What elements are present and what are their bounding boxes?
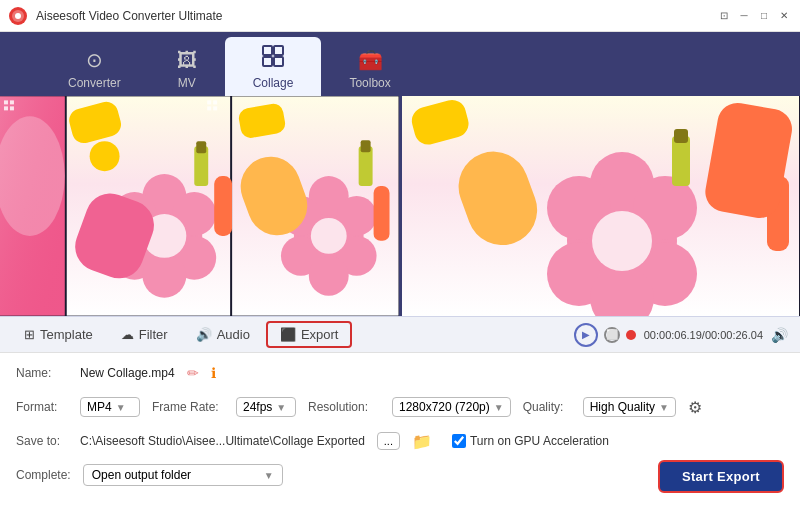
svg-rect-58 xyxy=(672,136,690,186)
svg-rect-21 xyxy=(196,141,206,153)
play-button[interactable]: ▶ xyxy=(574,323,598,347)
quality-label: Quality: xyxy=(523,400,571,414)
name-label: Name: xyxy=(16,366,68,380)
playback-area: ▶ ⬜ 00:00:06.19/00:00:26.04 🔊 xyxy=(574,323,788,347)
quality-value: High Quality xyxy=(590,400,655,414)
tab-collage[interactable]: Collage xyxy=(225,37,322,96)
svg-rect-46 xyxy=(213,106,217,110)
svg-point-33 xyxy=(309,256,349,296)
svg-rect-42 xyxy=(10,106,14,110)
audio-icon: 🔊 xyxy=(196,327,212,342)
saveto-path: C:\Aiseesoft Studio\Aisee...Ultimate\Col… xyxy=(80,434,365,448)
export-button[interactable]: ⬛ Export xyxy=(266,321,353,348)
svg-rect-36 xyxy=(361,140,371,152)
resolution-chevron-icon: ▼ xyxy=(494,402,504,413)
preview-left xyxy=(0,96,399,316)
gpu-label: Turn on GPU Acceleration xyxy=(470,434,609,448)
toolbar: ⊞ Template ☁ Filter 🔊 Audio ⬛ Export ▶ ⬜… xyxy=(0,316,800,352)
record-indicator xyxy=(626,330,636,340)
filter-icon: ☁ xyxy=(121,327,134,342)
svg-rect-41 xyxy=(4,106,8,110)
svg-rect-3 xyxy=(263,46,272,55)
saveto-more-button[interactable]: ... xyxy=(377,432,400,450)
tab-converter[interactable]: ⊙ Converter xyxy=(40,40,149,96)
resolution-label: Resolution: xyxy=(308,400,380,414)
gpu-checkbox[interactable] xyxy=(452,434,466,448)
maximize-btn[interactable]: □ xyxy=(756,8,772,24)
resolution-select[interactable]: 1280x720 (720p) ▼ xyxy=(392,397,511,417)
svg-rect-4 xyxy=(274,46,283,55)
svg-rect-5 xyxy=(263,57,272,66)
main-content: ⊞ Template ☁ Filter 🔊 Audio ⬛ Export ▶ ⬜… xyxy=(0,96,800,507)
svg-point-57 xyxy=(592,211,652,271)
tab-toolbox-label: Toolbox xyxy=(349,76,390,90)
quality-gear-icon[interactable]: ⚙ xyxy=(688,398,702,417)
tab-converter-label: Converter xyxy=(68,76,121,90)
app-title: Aiseesoft Video Converter Ultimate xyxy=(36,9,716,23)
complete-value: Open output folder xyxy=(92,468,260,482)
svg-point-2 xyxy=(15,13,21,19)
format-label: Format: xyxy=(16,400,68,414)
start-export-button[interactable]: Start Export xyxy=(658,460,784,493)
framerate-value: 24fps xyxy=(243,400,272,414)
mv-icon: 🖼 xyxy=(177,49,197,72)
svg-rect-45 xyxy=(207,106,211,110)
svg-rect-22 xyxy=(214,176,232,236)
format-select[interactable]: MP4 ▼ xyxy=(80,397,140,417)
title-bar: Aiseesoft Video Converter Ultimate ⊡ ─ □… xyxy=(0,0,800,32)
framerate-chevron-icon: ▼ xyxy=(276,402,286,413)
preview-area xyxy=(0,96,800,316)
svg-point-34 xyxy=(311,218,347,254)
format-row: Format: MP4 ▼ Frame Rate: 24fps ▼ Resolu… xyxy=(16,393,784,421)
quality-select[interactable]: High Quality ▼ xyxy=(583,397,676,417)
name-row: Name: New Collage.mp4 ✏ ℹ xyxy=(16,359,784,387)
name-info-icon[interactable]: ℹ xyxy=(211,365,216,381)
resolution-value: 1280x720 (720p) xyxy=(399,400,490,414)
name-edit-icon[interactable]: ✏ xyxy=(187,365,199,381)
volume-icon[interactable]: 🔊 xyxy=(771,327,788,343)
window-controls: ⊡ ─ □ ✕ xyxy=(716,8,792,24)
converter-icon: ⊙ xyxy=(86,48,103,72)
tab-collage-label: Collage xyxy=(253,76,294,90)
export-icon: ⬛ xyxy=(280,327,296,342)
close-btn[interactable]: ✕ xyxy=(776,8,792,24)
minimize-btn[interactable]: ─ xyxy=(736,8,752,24)
complete-chevron-icon: ▼ xyxy=(264,470,274,481)
svg-rect-9 xyxy=(0,96,65,315)
tab-mv-label: MV xyxy=(178,76,196,90)
nav-bar: ⊙ Converter 🖼 MV Collage 🧰 Toolbox xyxy=(0,32,800,96)
audio-button[interactable]: 🔊 Audio xyxy=(184,323,262,346)
quality-chevron-icon: ▼ xyxy=(659,402,669,413)
complete-label: Complete: xyxy=(16,468,71,482)
folder-icon[interactable]: 📁 xyxy=(412,432,432,451)
toolbox-icon: 🧰 xyxy=(358,48,383,72)
filter-button[interactable]: ☁ Filter xyxy=(109,323,180,346)
template-label: Template xyxy=(40,327,93,342)
time-display: 00:00:06.19/00:00:26.04 xyxy=(644,329,763,341)
template-icon: ⊞ xyxy=(24,327,35,342)
audio-label: Audio xyxy=(217,327,250,342)
template-button[interactable]: ⊞ Template xyxy=(12,323,105,346)
tab-mv[interactable]: 🖼 MV xyxy=(149,41,225,96)
name-value: New Collage.mp4 xyxy=(80,366,175,380)
complete-select[interactable]: Open output folder ▼ xyxy=(83,464,283,486)
preview-right xyxy=(402,96,801,316)
tab-toolbox[interactable]: 🧰 Toolbox xyxy=(321,40,418,96)
svg-rect-43 xyxy=(207,100,211,104)
svg-rect-59 xyxy=(674,129,688,143)
svg-rect-44 xyxy=(213,100,217,104)
svg-rect-40 xyxy=(10,100,14,104)
stop-button[interactable]: ⬜ xyxy=(604,327,620,343)
playback-controls: ▶ ⬜ xyxy=(574,323,636,347)
subtitle-btn[interactable]: ⊡ xyxy=(716,8,732,24)
svg-rect-39 xyxy=(4,100,8,104)
format-value: MP4 xyxy=(87,400,112,414)
framerate-label: Frame Rate: xyxy=(152,400,224,414)
app-logo xyxy=(8,6,28,26)
framerate-select[interactable]: 24fps ▼ xyxy=(236,397,296,417)
collage-icon xyxy=(262,45,284,72)
gpu-acceleration-wrap: Turn on GPU Acceleration xyxy=(452,434,609,448)
saveto-row: Save to: C:\Aiseesoft Studio\Aisee...Ult… xyxy=(16,427,784,455)
svg-point-23 xyxy=(90,141,120,171)
format-chevron-icon: ▼ xyxy=(116,402,126,413)
